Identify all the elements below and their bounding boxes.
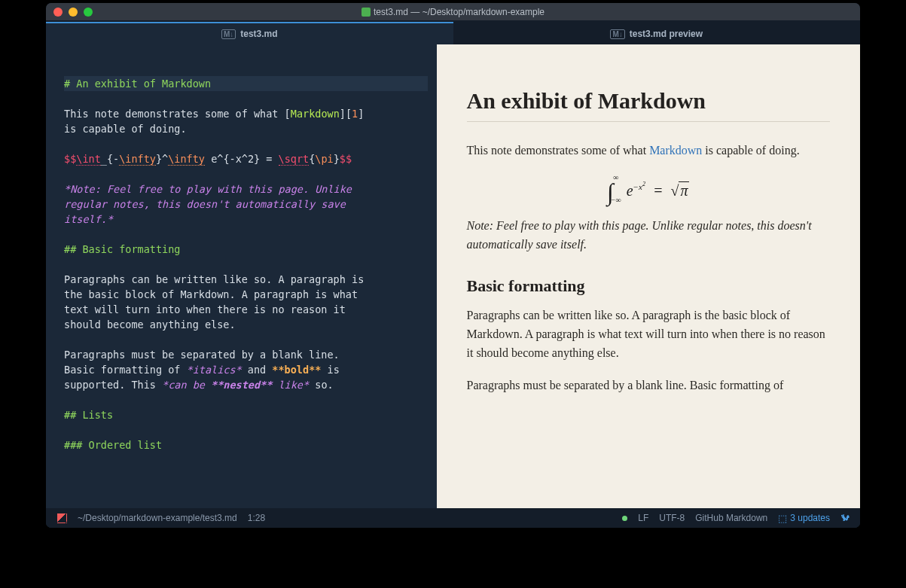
tab-label: test3.md preview <box>630 29 703 39</box>
h1-marker: # <box>64 78 76 90</box>
tex-pi: \pi <box>315 153 333 165</box>
preview-h2: Basic formatting <box>467 276 831 296</box>
editor-pane[interactable]: # An exhibit of Markdown This note demon… <box>46 44 437 508</box>
nested-strong: **nested** <box>211 379 272 391</box>
tex-infty: \infty <box>168 153 205 166</box>
tex-cmd: \sqrt <box>279 153 310 166</box>
markdown-icon: M↓ <box>221 29 236 39</box>
traffic-lights <box>53 8 93 17</box>
text: Basic formatting of <box>64 364 187 376</box>
h2-text: ## Lists <box>64 409 113 421</box>
tab-preview[interactable]: M↓ test3.md preview <box>453 22 861 44</box>
squirrel-icon[interactable]: 🐿 <box>840 513 850 523</box>
h3-text: ### Ordered list <box>64 439 162 451</box>
encoding[interactable]: UTF-8 <box>659 513 685 523</box>
text: Paragraphs can be written like so. A par… <box>64 273 364 285</box>
split-panes: # An exhibit of Markdown This note demon… <box>46 44 860 508</box>
preview-note: Note: Feel free to play with this page. … <box>467 217 831 254</box>
math-delim: $$ <box>64 153 76 165</box>
emphasis: itself.* <box>64 213 113 225</box>
window-title-text: test3.md — ~/Desktop/markdown-example <box>374 7 545 17</box>
markdown-icon: M↓ <box>610 29 624 39</box>
link-text: Markdown <box>291 108 340 120</box>
line-ending[interactable]: LF <box>638 513 648 523</box>
markdown-link[interactable]: Markdown <box>649 144 702 157</box>
tab-label: test3.md <box>240 29 277 39</box>
text: the basic block of Markdown. A paragraph… <box>64 288 358 300</box>
text: supported. This <box>64 379 162 391</box>
preview-paragraph: This note demonstrates some of what Mark… <box>467 142 831 160</box>
markdown-file-icon <box>361 8 371 17</box>
emphasis: *italics* <box>187 364 242 376</box>
window-title: test3.md — ~/Desktop/markdown-example <box>46 7 860 17</box>
text: text will turn into when there is no rea… <box>64 303 346 315</box>
file-modified-icon[interactable] <box>56 513 67 523</box>
strong: **bold** <box>272 364 321 376</box>
emphasis: *Note: Feel free to play with this page.… <box>64 183 352 195</box>
editor-window: test3.md — ~/Desktop/markdown-example M↓… <box>46 3 860 528</box>
grammar[interactable]: GitHub Markdown <box>695 513 767 523</box>
preview-pane[interactable]: An exhibit of Markdown This note demonst… <box>437 44 861 508</box>
text: should become anything else. <box>64 318 236 331</box>
tab-bar: M↓ test3.md M↓ test3.md preview <box>46 20 860 44</box>
tex-infty: \infty <box>119 153 156 166</box>
h2-text: ## Basic formatting <box>64 243 180 255</box>
emphasis: *can be <box>162 379 211 391</box>
emphasis: regular notes, this doesn't automaticall… <box>64 198 346 210</box>
text: is capable of doing. <box>64 123 187 135</box>
cursor-position[interactable]: 1:28 <box>248 513 265 523</box>
link-ref: 1 <box>352 108 358 120</box>
h1-text: An exhibit of Markdown <box>76 78 211 90</box>
close-icon[interactable] <box>53 8 63 17</box>
math-display: ∫∞−∞ e−x2 = √π <box>467 174 831 202</box>
titlebar[interactable]: test3.md — ~/Desktop/markdown-example <box>46 3 860 20</box>
file-path[interactable]: ~/Desktop/markdown-example/test3.md <box>78 513 237 523</box>
preview-h1: An exhibit of Markdown <box>467 88 831 122</box>
status-bar: ~/Desktop/markdown-example/test3.md 1:28… <box>46 508 860 528</box>
updates-button[interactable]: ⬚ 3 updates <box>778 513 830 524</box>
status-ok-icon[interactable] <box>622 516 627 521</box>
editor-content[interactable]: # An exhibit of Markdown This note demon… <box>64 76 428 452</box>
preview-paragraph: Paragraphs must be separated by a blank … <box>467 376 831 395</box>
math-delim: $$ <box>340 153 352 165</box>
tex-cmd: \int <box>76 153 101 166</box>
zoom-icon[interactable] <box>84 8 93 17</box>
text: Paragraphs must be separated by a blank … <box>64 349 340 361</box>
text: This note demonstrates some of what <box>64 108 285 120</box>
tab-source[interactable]: M↓ test3.md <box>46 22 453 44</box>
package-icon: ⬚ <box>778 513 787 524</box>
minimize-icon[interactable] <box>69 8 78 17</box>
preview-paragraph: Paragraphs can be written like so. A par… <box>467 306 831 362</box>
